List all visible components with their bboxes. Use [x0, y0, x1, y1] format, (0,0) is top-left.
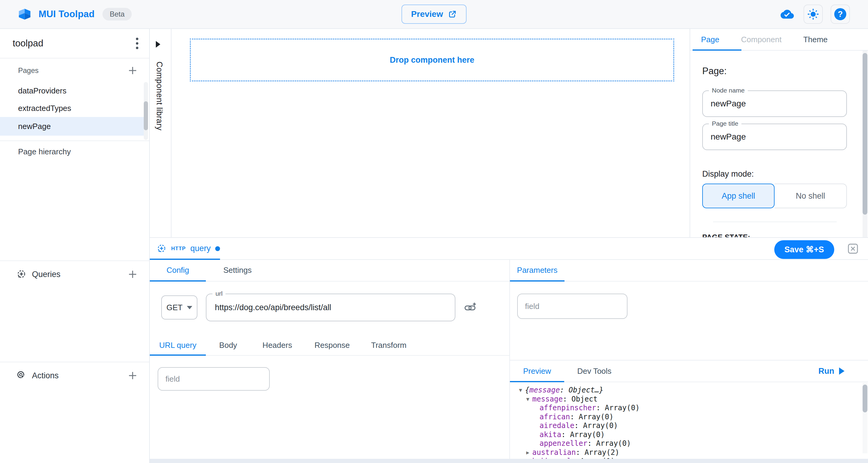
component-library-label: Component library	[155, 61, 164, 130]
inspector-body: Page: Node name Page title Display mode:…	[690, 50, 868, 237]
url-input[interactable]	[207, 294, 455, 321]
node-name-field: Node name	[702, 90, 847, 117]
page-state-label: PAGE STATE:	[702, 233, 851, 237]
json-key: australian	[532, 448, 576, 457]
expand-caret-icon[interactable]: ▶	[523, 448, 532, 457]
collapse-caret-icon[interactable]: ▼	[523, 395, 532, 404]
json-row: african: Array(0)	[514, 413, 861, 422]
save-button[interactable]: Save ⌘+S	[774, 240, 834, 259]
page-hierarchy-label[interactable]: Page hierarchy	[18, 147, 71, 156]
json-value: Object	[571, 395, 598, 404]
sidebar-item-dataProviders[interactable]: dataProviders	[0, 82, 144, 99]
parameters-field-input[interactable]	[518, 294, 627, 318]
json-key: akita	[539, 430, 561, 439]
toggle-app-shell[interactable]: App shell	[702, 184, 775, 208]
method-select[interactable]: GET	[161, 296, 197, 319]
config-settings-tabs: Config Settings	[150, 259, 509, 281]
tab-preview[interactable]: Preview	[510, 361, 564, 381]
active-request-tab-underline	[150, 354, 206, 356]
parameters-tabs: Parameters	[510, 259, 868, 281]
json-sep: :	[576, 448, 585, 457]
queries-icon	[16, 269, 27, 279]
theme-toggle-button[interactable]	[804, 4, 823, 24]
kebab-menu-icon[interactable]	[135, 36, 139, 50]
toggle-no-shell[interactable]: No shell	[775, 184, 847, 208]
close-panel-button[interactable]	[847, 243, 858, 254]
add-query-button[interactable]	[128, 270, 137, 279]
json-value: Array(0)	[570, 430, 605, 439]
dropzone-label: Drop component here	[390, 56, 474, 65]
query-tab[interactable]: HTTP query	[150, 238, 229, 259]
display-mode-label: Display mode:	[702, 169, 851, 179]
json-sep: :	[560, 386, 569, 395]
tab-url-query[interactable]: URL query	[150, 335, 206, 355]
add-binding-icon[interactable]	[464, 302, 477, 313]
run-button[interactable]: Run	[818, 367, 844, 376]
project-name: toolpad	[13, 38, 43, 49]
page-title-input[interactable]	[703, 124, 846, 150]
sidebar-item-extractedTypes[interactable]: extractedTypes	[0, 99, 144, 117]
method-value: GET	[166, 303, 182, 312]
json-sep: :	[596, 404, 605, 413]
caret-spacer	[530, 430, 539, 439]
unsaved-indicator-dot	[215, 246, 220, 251]
tab-transform[interactable]: Transform	[360, 335, 417, 355]
json-key: message	[529, 386, 560, 395]
sidebar-item-newPage[interactable]: newPage	[0, 117, 144, 136]
query-editor-header: HTTP query Save ⌘+S	[150, 238, 868, 260]
tab-response[interactable]: Response	[304, 335, 360, 355]
preview-scrollbar-thumb[interactable]	[863, 384, 867, 412]
query-kind-icon	[156, 244, 167, 254]
run-label: Run	[818, 367, 834, 376]
json-value: Array(0)	[579, 413, 614, 422]
tab-theme[interactable]: Theme	[792, 29, 838, 50]
sun-icon	[807, 8, 819, 20]
cloud-synced-icon	[779, 7, 796, 21]
project-row: toolpad	[0, 29, 149, 59]
preview-button[interactable]: Preview	[401, 4, 467, 24]
explorer-sidebar: toolpad Pages dataProviders extractedTyp…	[0, 29, 150, 463]
expand-library-icon[interactable]	[156, 41, 160, 48]
help-icon: ?	[834, 7, 847, 21]
preview-button-label: Preview	[411, 9, 443, 19]
result-tabs: Preview Dev Tools Run	[510, 361, 868, 382]
help-button[interactable]: ?	[831, 4, 850, 24]
queries-section-header: Queries	[0, 265, 149, 284]
tab-page[interactable]: Page	[690, 29, 730, 50]
tab-component[interactable]: Component	[730, 29, 792, 50]
url-query-field-input[interactable]	[158, 368, 269, 390]
query-name: query	[190, 244, 211, 253]
tab-body[interactable]: Body	[206, 335, 250, 355]
external-link-icon	[448, 10, 457, 19]
component-dropzone[interactable]: Drop component here	[190, 38, 674, 82]
json-key: airedale	[539, 422, 575, 430]
json-row: ▶australian: Array(2)	[514, 448, 861, 457]
url-field: url	[206, 294, 456, 321]
add-action-button[interactable]	[128, 371, 137, 380]
json-row: akita: Array(0)	[514, 430, 861, 439]
horizontal-scrollbar-track[interactable]	[150, 459, 868, 463]
add-page-button[interactable]	[128, 66, 137, 75]
tab-headers[interactable]: Headers	[250, 335, 304, 355]
inspector-scrollbar-thumb[interactable]	[863, 53, 867, 215]
toolpad-logo-icon	[18, 8, 32, 21]
pages-scrollbar-thumb[interactable]	[144, 101, 148, 130]
query-config-column: Config Settings GET url	[150, 259, 509, 459]
tab-parameters[interactable]: Parameters	[510, 259, 564, 281]
display-mode-toggle: App shell No shell	[702, 184, 851, 208]
tab-dev-tools[interactable]: Dev Tools	[564, 361, 624, 381]
play-icon	[839, 367, 844, 375]
json-value: Array(0)	[596, 439, 631, 448]
json-row: appenzeller: Array(0)	[514, 439, 861, 448]
collapse-caret-icon[interactable]: ▼	[516, 386, 525, 395]
tab-config[interactable]: Config	[150, 259, 206, 281]
component-library-strip[interactable]: Component library	[150, 29, 172, 237]
actions-section-label: Actions	[32, 371, 128, 380]
tab-settings[interactable]: Settings	[206, 259, 269, 281]
actions-icon	[16, 370, 27, 381]
beta-badge: Beta	[102, 8, 132, 21]
node-name-input[interactable]	[703, 91, 846, 116]
json-value: Array(0)	[583, 422, 618, 430]
json-sep: :	[563, 395, 571, 404]
caret-spacer	[530, 439, 539, 448]
